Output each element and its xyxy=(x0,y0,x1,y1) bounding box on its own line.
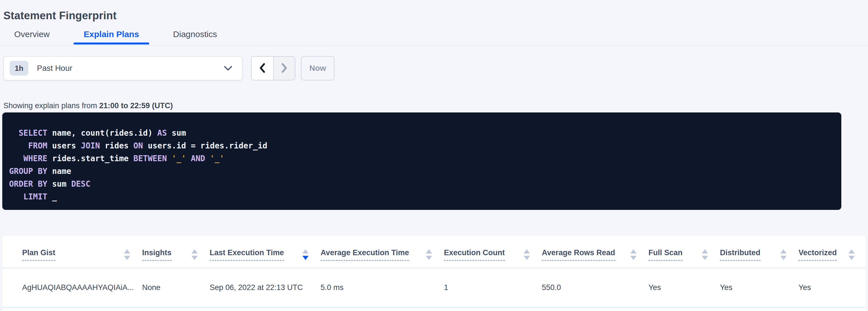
status-time-range: 21:00 to 22:59 (UTC) xyxy=(99,101,173,110)
cell-average-rows-read: 550.0 xyxy=(542,283,648,292)
sql-statement-box: SELECT name, count(rides.id) AS sum FROM… xyxy=(2,112,841,210)
column-header-execution-count[interactable]: Execution Count xyxy=(444,248,542,268)
cell-vectorized: Yes xyxy=(799,283,866,292)
sort-icon[interactable] xyxy=(124,249,130,260)
column-label[interactable]: Average Execution Time xyxy=(320,248,409,261)
column-header-insights[interactable]: Insights xyxy=(142,248,210,268)
sql-line: SELECT name, count(rides.id) AS sum xyxy=(9,127,830,139)
now-button[interactable]: Now xyxy=(301,56,335,80)
column-header-average-rows-read[interactable]: Average Rows Read xyxy=(542,248,648,268)
tab-diagnostics[interactable]: Diagnostics xyxy=(163,25,227,44)
sql-line: ORDER BY sum DESC xyxy=(9,178,830,191)
sort-icon[interactable] xyxy=(630,249,637,260)
sort-up-arrow xyxy=(302,249,309,253)
sort-icon[interactable] xyxy=(702,249,708,260)
sort-up-arrow xyxy=(191,249,198,253)
column-label[interactable]: Insights xyxy=(142,248,172,261)
column-label[interactable]: Full Scan xyxy=(648,248,682,261)
time-range-badge: 1h xyxy=(10,61,28,76)
sort-icon[interactable] xyxy=(302,249,309,260)
sql-line: WHERE rides.start_time BETWEEN '_' AND '… xyxy=(9,152,830,165)
sort-down-arrow xyxy=(302,256,309,260)
sort-down-arrow xyxy=(630,256,637,260)
chevron-down-icon xyxy=(224,65,232,71)
sort-up-arrow xyxy=(124,249,130,253)
column-label[interactable]: Plan Gist xyxy=(22,248,55,261)
sort-icon[interactable] xyxy=(780,249,786,260)
sort-icon[interactable] xyxy=(426,249,432,260)
sort-up-arrow xyxy=(702,249,708,253)
cell-distributed: Yes xyxy=(720,283,799,292)
page-title: Statement Fingerprint xyxy=(3,8,117,23)
sort-down-arrow xyxy=(524,256,530,260)
cell-average-execution-time: 5.0 ms xyxy=(320,283,444,292)
time-range-dropdown[interactable]: 1h Past Hour xyxy=(3,56,243,80)
sort-down-arrow xyxy=(780,256,786,260)
chevron-left-icon xyxy=(257,62,267,75)
table-row: AgHUAQIABQAAAAHYAQIAiA...NoneSep 06, 202… xyxy=(2,268,866,308)
status-prefix: Showing explain plans from xyxy=(3,101,99,110)
sql-line: LIMIT _ xyxy=(9,191,830,203)
prev-time-button[interactable] xyxy=(252,57,273,80)
column-label[interactable]: Last Execution Time xyxy=(210,248,284,261)
column-label[interactable]: Average Rows Read xyxy=(542,248,615,261)
column-header-vectorized[interactable]: Vectorized xyxy=(799,248,866,268)
cell-insights: None xyxy=(142,283,210,292)
tabs-bar: Overview Explain Plans Diagnostics xyxy=(4,25,241,44)
time-window-arrows xyxy=(251,56,295,80)
sort-up-arrow xyxy=(524,249,530,253)
tab-explain-plans[interactable]: Explain Plans xyxy=(73,25,149,44)
sort-down-arrow xyxy=(191,256,198,260)
cell-last-execution-time: Sep 06, 2022 at 22:13 UTC xyxy=(210,283,320,292)
sort-down-arrow xyxy=(124,256,130,260)
cell-execution-count: 1 xyxy=(444,283,542,292)
time-range-label: Past Hour xyxy=(37,64,72,73)
cell-plan-gist[interactable]: AgHUAQIABQAAAAHYAQIAiA... xyxy=(22,283,142,292)
sort-icon[interactable] xyxy=(191,249,198,260)
column-header-plan-gist[interactable]: Plan Gist xyxy=(22,248,142,268)
status-line: Showing explain plans from 21:00 to 22:5… xyxy=(3,101,173,110)
column-header-average-execution-time[interactable]: Average Execution Time xyxy=(320,248,444,268)
column-header-last-execution-time[interactable]: Last Execution Time xyxy=(210,248,320,268)
sort-down-arrow xyxy=(426,256,432,260)
sql-line: FROM users JOIN rides ON users.id = ride… xyxy=(9,139,830,152)
column-header-full-scan[interactable]: Full Scan xyxy=(648,248,720,268)
column-label[interactable]: Vectorized xyxy=(799,248,837,261)
cell-full-scan: Yes xyxy=(648,283,720,292)
next-time-button[interactable] xyxy=(273,57,295,80)
sort-icon[interactable] xyxy=(848,249,855,260)
tabs-divider xyxy=(0,45,868,45)
column-label[interactable]: Execution Count xyxy=(444,248,505,261)
sort-up-arrow xyxy=(848,249,855,253)
sort-icon[interactable] xyxy=(524,249,530,260)
chevron-right-icon xyxy=(279,62,289,75)
sort-up-arrow xyxy=(780,249,786,253)
sort-down-arrow xyxy=(702,256,708,260)
table-header-row: Plan GistInsightsLast Execution TimeAver… xyxy=(2,236,866,268)
sort-up-arrow xyxy=(630,249,637,253)
sql-line: GROUP BY name xyxy=(9,165,830,178)
column-label[interactable]: Distributed xyxy=(720,248,761,261)
explain-plans-table: Plan GistInsightsLast Execution TimeAver… xyxy=(2,236,866,311)
statement-fingerprint-page: Statement Fingerprint Overview Explain P… xyxy=(0,0,868,311)
sort-up-arrow xyxy=(426,249,432,253)
column-header-distributed[interactable]: Distributed xyxy=(720,248,799,268)
table-body: AgHUAQIABQAAAAHYAQIAiA...NoneSep 06, 202… xyxy=(2,268,866,308)
tab-overview[interactable]: Overview xyxy=(4,25,60,44)
sort-down-arrow xyxy=(848,256,855,260)
